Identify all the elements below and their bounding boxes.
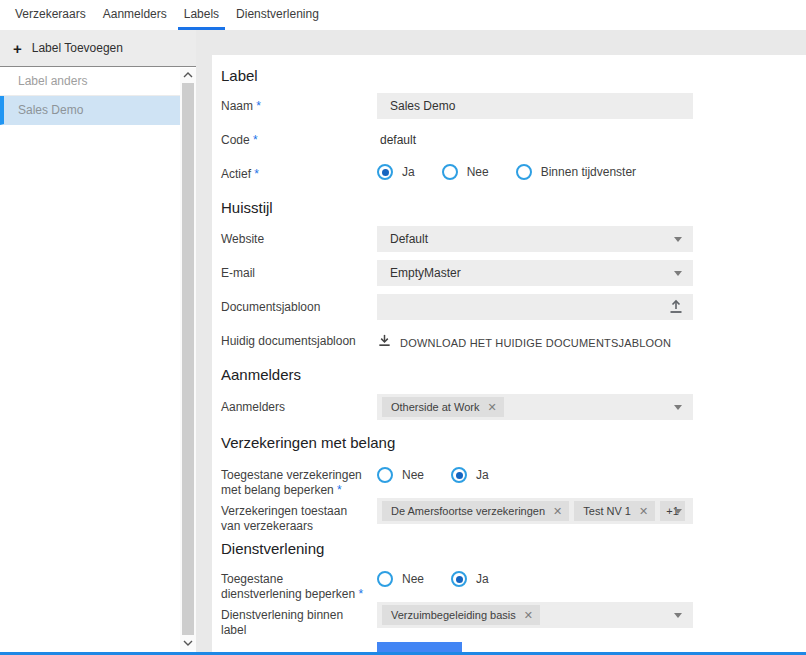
add-label-button[interactable]: + Label Toevoegen	[0, 30, 196, 67]
aanmelders-multiselect[interactable]: Otherside at Work ✕	[377, 394, 693, 420]
radio-option-ja[interactable]: Ja	[377, 164, 415, 180]
section-title-aanmelders: Aanmelders	[221, 366, 806, 384]
tab-aanmelders[interactable]: Aanmelders	[97, 0, 173, 30]
radio-label: Ja	[476, 468, 489, 482]
actief-row: Actief * Ja Nee Binnen tijdvenster	[221, 161, 806, 187]
huidig-documentsjabloon-label: Huidig documentsjabloon	[221, 328, 377, 349]
chip-label: De Amersfoortse verzekeringen	[391, 505, 545, 517]
chevron-down-icon	[674, 271, 682, 276]
chip-close-icon[interactable]: ✕	[639, 506, 648, 517]
documentsjabloon-input[interactable]	[377, 294, 693, 320]
section-title-verzekeringen: Verzekeringen met belang	[221, 434, 806, 452]
dienstverlening-beperken-radio-group: Nee Ja	[377, 568, 693, 587]
radio-option-nee[interactable]: Nee	[442, 164, 489, 180]
top-tab-bar: Verzekeraars Aanmelders Labels Dienstver…	[0, 0, 806, 30]
email-row: E-mail EmptyMaster	[221, 260, 806, 286]
website-dropdown[interactable]: Default	[377, 226, 693, 252]
upload-icon[interactable]	[668, 299, 684, 319]
chip-verzuimbegeleiding-basis: Verzuimbegeleiding basis ✕	[382, 605, 540, 625]
radio-icon	[516, 164, 532, 180]
code-row: Code * default	[221, 127, 806, 153]
scrollbar-thumb[interactable]	[182, 83, 194, 635]
aanmelders-row: Aanmelders Otherside at Work ✕	[221, 394, 806, 420]
chip-label: Verzuimbegeleiding basis	[391, 609, 516, 621]
radio-option-nee[interactable]: Nee	[377, 571, 424, 587]
chip-test-nv-1: Test NV 1 ✕	[574, 501, 655, 521]
website-dropdown-value: Default	[390, 232, 428, 246]
documentsjabloon-label: Documentsjabloon	[221, 294, 377, 315]
radio-selected-icon	[451, 467, 467, 483]
radio-option-ja[interactable]: Ja	[451, 467, 489, 483]
radio-label: Nee	[402, 468, 424, 482]
chevron-down-icon	[674, 405, 682, 410]
sidebar-item-sales-demo[interactable]: Sales Demo	[0, 96, 196, 125]
chip-de-amersfoortse: De Amersfoortse verzekeringen ✕	[382, 501, 569, 521]
radio-label: Nee	[402, 572, 424, 586]
verzekeringen-toestaan-label: Verzekeringen toestaan van verzekeraars	[221, 498, 377, 534]
label-sidebar: + Label Toevoegen Label anders Sales Dem…	[0, 30, 196, 655]
main-area: Label Naam * Code * default Actief *	[196, 30, 806, 655]
chevron-down-icon	[674, 509, 682, 514]
naam-input[interactable]	[377, 93, 693, 119]
required-marker: *	[256, 99, 261, 113]
radio-icon	[442, 164, 458, 180]
naam-label: Naam	[221, 99, 253, 113]
scroll-down-icon[interactable]	[180, 636, 196, 650]
radio-label: Ja	[476, 572, 489, 586]
required-marker: *	[337, 483, 342, 497]
website-label: Website	[221, 226, 377, 247]
download-template-label: DOWNLOAD HET HUIDIGE DOCUMENTSJABLOON	[400, 337, 671, 349]
tab-dienstverlening[interactable]: Dienstverlening	[230, 0, 325, 30]
verzekeringen-toestaan-row: Verzekeringen toestaan van verzekeraars …	[221, 498, 806, 534]
dienstverlening-multiselect[interactable]: Verzuimbegeleiding basis ✕	[377, 602, 693, 628]
add-label-button-label: Label Toevoegen	[32, 41, 123, 55]
radio-option-binnen-tijdvenster[interactable]: Binnen tijdvenster	[516, 164, 636, 180]
verzekeraars-multiselect[interactable]: De Amersfoortse verzekeringen ✕ Test NV …	[377, 498, 693, 524]
chip-label: Test NV 1	[583, 505, 631, 517]
radio-selected-icon	[377, 164, 393, 180]
email-label: E-mail	[221, 260, 377, 281]
dienstverlening-binnen-label-row: Dienstverlening binnen label Verzuimbege…	[221, 602, 806, 638]
radio-icon	[377, 467, 393, 483]
naam-row: Naam *	[221, 93, 806, 119]
radio-option-nee[interactable]: Nee	[377, 467, 424, 483]
section-title-dienstverlening: Dienstverlening	[221, 540, 806, 558]
email-dropdown[interactable]: EmptyMaster	[377, 260, 693, 286]
chip-otherside-at-work: Otherside at Work ✕	[382, 397, 504, 417]
sidebar-item-label-anders[interactable]: Label anders	[0, 67, 196, 96]
actief-radio-group: Ja Nee Binnen tijdvenster	[377, 161, 693, 180]
radio-option-ja[interactable]: Ja	[451, 571, 489, 587]
email-dropdown-value: EmptyMaster	[390, 266, 461, 280]
radio-label: Binnen tijdvenster	[541, 165, 636, 179]
chip-label: Otherside at Work	[391, 401, 479, 413]
actief-label: Actief	[221, 167, 251, 181]
radio-icon	[377, 571, 393, 587]
chip-close-icon[interactable]: ✕	[524, 610, 533, 621]
required-marker: *	[253, 133, 258, 147]
tab-labels[interactable]: Labels	[178, 0, 225, 30]
aanmelders-label: Aanmelders	[221, 394, 377, 415]
chevron-down-icon	[674, 613, 682, 618]
code-value: default	[377, 127, 693, 147]
label-form-card: Label Naam * Code * default Actief *	[212, 55, 806, 655]
sidebar-scrollbar[interactable]	[180, 68, 196, 650]
documentsjabloon-row: Documentsjabloon	[221, 294, 806, 320]
chip-close-icon[interactable]: ✕	[553, 506, 562, 517]
radio-label: Nee	[467, 165, 489, 179]
verzekeringen-beperken-radio-group: Nee Ja	[377, 464, 693, 483]
download-icon	[377, 333, 392, 352]
chip-close-icon[interactable]: ✕	[487, 402, 496, 413]
radio-label: Ja	[402, 165, 415, 179]
dienstverlening-binnen-label-label: Dienstverlening binnen label	[221, 602, 377, 638]
plus-icon: +	[13, 41, 22, 56]
chevron-down-icon	[674, 237, 682, 242]
download-template-link[interactable]: DOWNLOAD HET HUIDIGE DOCUMENTSJABLOON	[377, 328, 693, 352]
section-title-label: Label	[221, 67, 806, 85]
website-row: Website Default	[221, 226, 806, 252]
scroll-up-icon[interactable]	[180, 68, 196, 82]
huidig-documentsjabloon-row: Huidig documentsjabloon DOWNLOAD HET HUI…	[221, 328, 806, 352]
tab-verzekeraars[interactable]: Verzekeraars	[9, 0, 92, 30]
dienstverlening-beperken-label: Toegestane dienstverlening beperken	[221, 572, 355, 601]
section-title-huisstijl: Huisstijl	[221, 199, 806, 217]
radio-selected-icon	[451, 571, 467, 587]
